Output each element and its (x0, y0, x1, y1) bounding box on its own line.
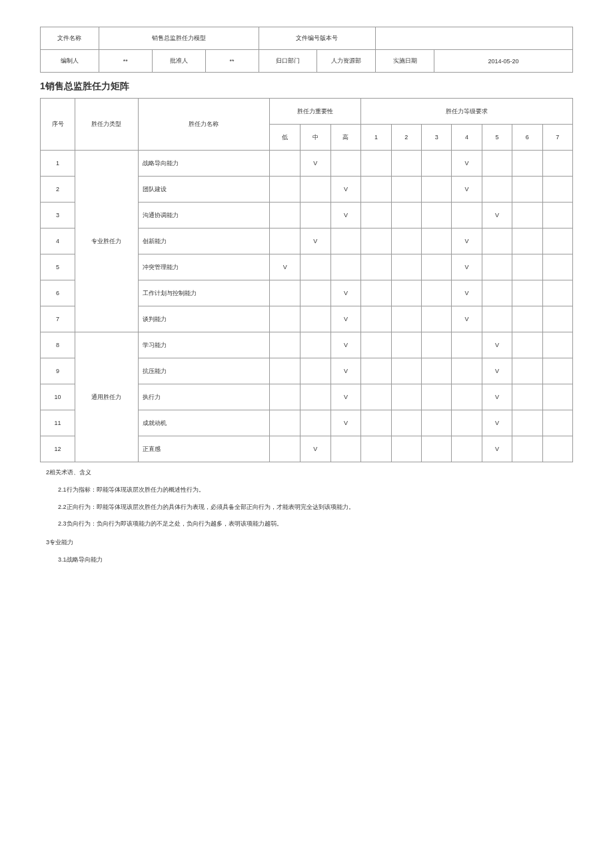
cell-level (391, 410, 421, 436)
cell-level (512, 306, 542, 332)
prepared-by-label: 编制人 (41, 50, 99, 73)
cell-level (542, 228, 572, 254)
effective-date-label: 实施日期 (376, 50, 434, 73)
cell-level (542, 332, 572, 358)
cell-level (542, 358, 572, 384)
cell-seq: 2 (41, 177, 75, 203)
cell-level (421, 280, 451, 306)
cell-seq: 10 (41, 384, 75, 410)
cell-name: 学习能力 (138, 332, 270, 358)
cell-seq: 12 (41, 436, 75, 462)
cell-level (361, 384, 391, 410)
cell-level (391, 306, 421, 332)
cell-seq: 7 (41, 306, 75, 332)
document-header-table: 文件名称 销售总监胜任力模型 文件编号版本号 编制人 ** 批准人 ** 归口部… (40, 27, 573, 73)
cell-name: 成就动机 (138, 410, 270, 436)
cell-level: V (452, 151, 482, 177)
cell-level (482, 254, 512, 280)
competency-matrix-table: 序号 胜任力类型 胜任力名称 胜任力重要性 胜任力等级要求 低 中 高 1 2 … (40, 98, 573, 462)
cell-name: 抗压能力 (138, 358, 270, 384)
cell-seq: 5 (41, 254, 75, 280)
cell-level (421, 332, 451, 358)
cell-level (512, 254, 542, 280)
cell-level (361, 280, 391, 306)
cell-level (421, 151, 451, 177)
cell-importance (270, 410, 301, 436)
cell-level (391, 228, 421, 254)
cell-level (361, 254, 391, 280)
cell-level (512, 384, 542, 410)
file-name-label: 文件名称 (41, 27, 99, 50)
cell-importance (270, 151, 301, 177)
cell-importance (270, 384, 301, 410)
col-importance: 胜任力重要性 (270, 99, 361, 125)
approved-by-value: ** (205, 50, 259, 73)
cell-importance (270, 203, 301, 228)
cell-importance: V (301, 228, 331, 254)
cell-level (391, 280, 421, 306)
cell-importance (301, 306, 331, 332)
cell-name: 冲突管理能力 (138, 254, 270, 280)
col-l4: 4 (452, 125, 482, 151)
cell-level (421, 410, 451, 436)
cell-type: 通用胜任力 (75, 332, 138, 462)
cell-level (421, 436, 451, 462)
cell-level (452, 410, 482, 436)
cell-level (421, 358, 451, 384)
cell-name: 工作计划与控制能力 (138, 280, 270, 306)
cell-level (452, 358, 482, 384)
cell-level (452, 203, 482, 228)
cell-importance: V (330, 177, 361, 203)
cell-seq: 1 (41, 151, 75, 177)
cell-level (542, 151, 572, 177)
cell-importance: V (270, 254, 301, 280)
cell-level (391, 332, 421, 358)
cell-level (542, 280, 572, 306)
cell-importance (301, 332, 331, 358)
cell-level (542, 436, 572, 462)
cell-importance (270, 228, 301, 254)
col-mid: 中 (301, 125, 331, 151)
cell-level (452, 384, 482, 410)
cell-importance (301, 280, 331, 306)
table-row: 8通用胜任力学习能力VV (41, 332, 573, 358)
cell-level (421, 228, 451, 254)
cell-level (391, 254, 421, 280)
cell-level (391, 177, 421, 203)
cell-level (512, 203, 542, 228)
cell-level (391, 151, 421, 177)
cell-name: 正直感 (138, 436, 270, 462)
cell-level (482, 228, 512, 254)
cell-importance: V (330, 203, 361, 228)
cell-level: V (452, 228, 482, 254)
cell-name: 沟通协调能力 (138, 203, 270, 228)
cell-importance (330, 228, 361, 254)
cell-seq: 4 (41, 228, 75, 254)
cell-importance (330, 254, 361, 280)
cell-seq: 8 (41, 332, 75, 358)
cell-importance (270, 332, 301, 358)
cell-level (421, 306, 451, 332)
cell-level (482, 151, 512, 177)
cell-importance (301, 177, 331, 203)
approved-by-label: 批准人 (152, 50, 205, 73)
cell-level (482, 177, 512, 203)
col-l6: 6 (512, 125, 542, 151)
col-name: 胜任力名称 (138, 99, 270, 151)
cell-importance (330, 436, 361, 462)
cell-importance: V (330, 306, 361, 332)
cell-importance: V (330, 384, 361, 410)
cell-importance: V (330, 410, 361, 436)
col-low: 低 (270, 125, 301, 151)
cell-level: V (482, 410, 512, 436)
cell-importance (301, 410, 331, 436)
cell-level (421, 384, 451, 410)
cell-level (482, 280, 512, 306)
cell-level (391, 203, 421, 228)
cell-level (361, 203, 391, 228)
cell-importance (270, 280, 301, 306)
cell-name: 执行力 (138, 384, 270, 410)
cell-level: V (452, 280, 482, 306)
cell-level: V (482, 384, 512, 410)
cell-level (542, 410, 572, 436)
